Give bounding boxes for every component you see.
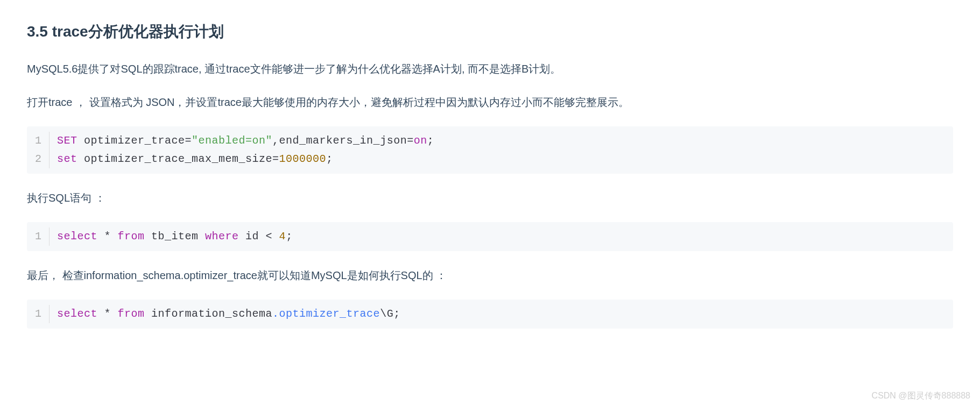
paragraph-exec-sql: 执行SQL语句 ：: [27, 189, 953, 207]
section-heading: 3.5 trace分析优化器执行计划: [27, 19, 953, 45]
code-line: 2 set optimizer_trace_max_mem_size=10000…: [33, 150, 947, 168]
line-number: 1: [33, 227, 50, 246]
line-number: 2: [33, 150, 50, 168]
code-block-3: 1 select * from information_schema.optim…: [27, 300, 953, 329]
code-line: 1 SET optimizer_trace="enabled=on",end_m…: [33, 132, 947, 150]
line-number: 1: [33, 305, 50, 323]
paragraph-intro: MySQL5.6提供了对SQL的跟踪trace, 通过trace文件能够进一步了…: [27, 60, 953, 78]
code-content: select * from tb_item where id < 4;: [57, 227, 293, 246]
code-content: set optimizer_trace_max_mem_size=1000000…: [57, 150, 333, 168]
paragraph-check-trace: 最后， 检查information_schema.optimizer_trace…: [27, 266, 953, 284]
code-line: 1 select * from information_schema.optim…: [33, 305, 947, 323]
paragraph-open-trace: 打开trace ， 设置格式为 JSON，并设置trace最大能够使用的内存大小…: [27, 93, 953, 111]
code-content: SET optimizer_trace="enabled=on",end_mar…: [57, 132, 434, 150]
code-line: 1 select * from tb_item where id < 4;: [33, 227, 947, 246]
line-number: 1: [33, 132, 50, 150]
code-block-1: 1 SET optimizer_trace="enabled=on",end_m…: [27, 126, 953, 174]
code-block-2: 1 select * from tb_item where id < 4;: [27, 222, 953, 251]
code-content: select * from information_schema.optimiz…: [57, 305, 400, 323]
